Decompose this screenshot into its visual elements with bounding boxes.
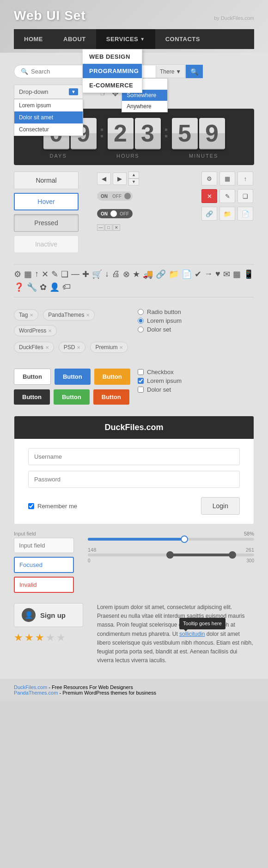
cdl-item-lorem[interactable]: Lorem ipsum — [14, 99, 83, 111]
lib-icon-star[interactable]: ★ — [133, 269, 140, 279]
password-input[interactable] — [28, 471, 240, 488]
input-invalid[interactable] — [14, 577, 74, 593]
sbtn-outline[interactable]: Button — [14, 369, 51, 385]
nav-item-services[interactable]: SERVICES ▼ Web design Programming E-comm… — [96, 29, 155, 49]
lib-icon-grid[interactable]: ▦ — [24, 269, 32, 279]
lib-icon-cart[interactable]: 🛒 — [92, 269, 102, 279]
lib-icon-print[interactable]: 🖨 — [112, 269, 120, 279]
nav-item-home[interactable]: HOME — [14, 29, 53, 49]
tag-close-duckfiles[interactable]: ✕ — [45, 345, 49, 350]
icon-btn-gear[interactable]: ⚙ — [201, 172, 217, 185]
lib-icon-minus[interactable]: — — [71, 269, 79, 279]
footer-link-1[interactable]: DuckFiles.com — [14, 684, 47, 690]
star-2[interactable]: ★ — [24, 632, 34, 644]
star-5[interactable]: ★ — [56, 632, 66, 644]
lib-icon-wrench[interactable]: 🔧 — [27, 282, 37, 292]
lib-icon-cancel[interactable]: ⊗ — [123, 269, 130, 279]
btn-hover[interactable]: Hover — [14, 193, 79, 210]
username-input[interactable] — [28, 448, 240, 465]
remember-me-checkbox[interactable] — [28, 503, 34, 509]
wc-maximize[interactable]: □ — [105, 224, 112, 231]
checkbox-dolorset[interactable] — [138, 387, 144, 393]
star-3[interactable]: ★ — [35, 632, 44, 644]
lib-icon-flower[interactable]: ✿ — [40, 282, 47, 292]
lib-icon-doc[interactable]: 📄 — [182, 269, 192, 279]
star-4[interactable]: ★ — [46, 632, 55, 644]
input-focused[interactable] — [14, 557, 74, 573]
lib-icon-arrow[interactable]: → — [204, 269, 213, 279]
icon-btn-edit[interactable]: ✎ — [219, 189, 235, 203]
wc-close[interactable]: ✕ — [113, 224, 120, 231]
icon-btn-folder[interactable]: 📁 — [219, 207, 235, 221]
input-normal[interactable] — [14, 538, 74, 553]
pag-up[interactable]: ▲ — [128, 172, 139, 179]
lib-icon-plus[interactable]: ✚ — [82, 269, 89, 279]
radio-dolorset[interactable] — [138, 326, 144, 332]
signup-button[interactable]: 👤 Sign up — [14, 603, 83, 627]
nav-item-about[interactable]: ABOUT — [53, 29, 96, 49]
slider-2-right-thumb[interactable] — [229, 551, 236, 559]
icon-btn-close[interactable]: ✕ — [201, 189, 217, 203]
tag-close-tag[interactable]: ✕ — [30, 313, 33, 318]
nav-item-contacts[interactable]: CONTACTS — [155, 29, 210, 49]
tag-close-wordpress[interactable]: ✕ — [48, 328, 52, 333]
checkbox-title[interactable] — [138, 369, 144, 375]
lib-icon-close[interactable]: ✕ — [42, 269, 49, 279]
icon-btn-link[interactable]: 🔗 — [201, 207, 217, 221]
star-1[interactable]: ★ — [14, 632, 23, 644]
search-dropdown-toggle[interactable]: There ▼ — [156, 66, 185, 78]
lib-icon-help[interactable]: ❓ — [14, 282, 24, 292]
footer-link-2[interactable]: PandaThemes.com — [14, 690, 58, 696]
sbtn-green[interactable]: Button — [54, 389, 90, 405]
icon-btn-grid-view[interactable]: ▦ — [219, 172, 235, 185]
sdl-item-anywhere[interactable]: Anywhere — [122, 101, 167, 112]
lib-icon-chart[interactable]: ▦ — [233, 269, 241, 279]
tag-close-psd[interactable]: ✕ — [77, 345, 80, 350]
lib-icon-gear[interactable]: ⚙ — [14, 269, 21, 279]
sbtn-orange[interactable]: Button — [93, 389, 129, 405]
wc-minimize[interactable]: — — [97, 224, 104, 231]
login-button[interactable]: Login — [201, 497, 240, 515]
sbtn-blue[interactable]: Button — [55, 369, 91, 385]
dropdown-item-webdesign[interactable]: Web design — [83, 49, 142, 64]
toggle-2[interactable]: ON OFF — [97, 209, 133, 218]
dropdown-item-programming[interactable]: Programming — [83, 64, 142, 78]
radio-radiobutton[interactable] — [138, 309, 144, 315]
custom-dropdown-button[interactable]: Drop-down ▼ — [14, 85, 83, 99]
tag-close-pandathemes[interactable]: ✕ — [86, 313, 90, 318]
tooltip-trigger[interactable]: sollicitudinTooltip goes here — [179, 630, 205, 639]
lib-icon-user[interactable]: 👤 — [49, 282, 60, 292]
lib-icon-mail[interactable]: ✉ — [223, 269, 230, 279]
icon-btn-doc[interactable]: 📄 — [238, 207, 253, 221]
pag-down[interactable]: ▼ — [128, 179, 139, 185]
lib-icon-heart[interactable]: ♥ — [215, 269, 220, 279]
pag-prev[interactable]: ◀ — [97, 172, 111, 185]
slider-1-track[interactable] — [88, 538, 254, 541]
search-go-button[interactable]: 🔍 — [186, 65, 203, 78]
toggle-1[interactable]: ON OFF — [97, 191, 133, 201]
lib-icon-link[interactable]: 🔗 — [156, 269, 166, 279]
lib-icon-page[interactable]: ❑ — [61, 269, 68, 279]
lib-icon-folder[interactable]: 📁 — [169, 269, 179, 279]
btn-pressed[interactable]: Pressed — [14, 214, 79, 232]
lib-icon-download[interactable]: ↓ — [105, 269, 109, 279]
lib-icon-upload[interactable]: ↑ — [35, 269, 39, 279]
slider-1-thumb[interactable] — [181, 536, 188, 543]
cdl-item-consectetur[interactable]: Consectetur — [14, 123, 83, 135]
lib-icon-mobile[interactable]: 📱 — [244, 269, 254, 279]
lib-icon-check[interactable]: ✔ — [195, 269, 201, 279]
btn-normal[interactable]: Normal — [14, 172, 79, 189]
icon-btn-copy[interactable]: ❑ — [238, 189, 253, 203]
checkbox-loremipsum[interactable] — [138, 378, 144, 384]
tag-close-premium[interactable]: ✕ — [119, 345, 123, 350]
radio-loremipsum[interactable] — [138, 318, 144, 324]
dropdown-item-ecommerce[interactable]: E-commerce — [83, 78, 142, 92]
slider-2-track[interactable] — [88, 554, 254, 556]
lib-icon-truck[interactable]: 🚚 — [143, 269, 153, 279]
sbtn-yellow[interactable]: Button — [94, 369, 130, 385]
slider-2-left-thumb[interactable] — [166, 551, 174, 559]
icon-btn-upload[interactable]: ↑ — [238, 172, 253, 185]
pag-next[interactable]: ▶ — [113, 172, 127, 185]
sbtn-dark[interactable]: Button — [14, 389, 50, 405]
lib-icon-tag[interactable]: 🏷 — [62, 282, 71, 292]
